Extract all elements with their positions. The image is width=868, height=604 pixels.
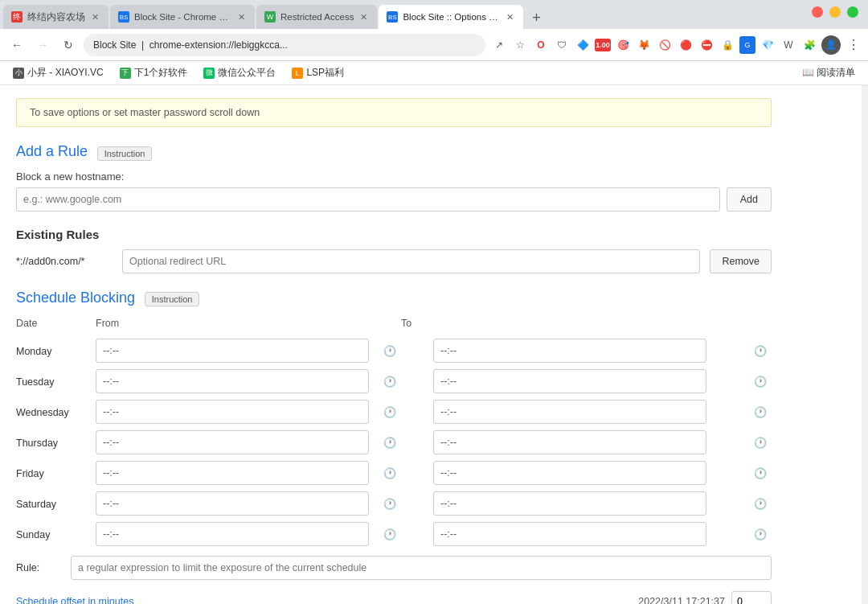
content-inner: To save options or set master password s… — [0, 85, 788, 604]
from-clock-icon-friday: 🕐 — [383, 467, 396, 479]
address-input[interactable] — [84, 34, 485, 56]
bookmark-xiaosheng[interactable]: 小 小昇 - XIAOYI.VC — [6, 64, 110, 81]
share-icon[interactable]: ↗ — [490, 36, 508, 54]
from-time-input-thursday[interactable] — [96, 430, 369, 454]
address-icons: ↗ ☆ O 🛡 🔷 1.00 🎯 🦊 🚫 🔴 ⛔ 🔒 G 💎 W 🧩 👤 ⋮ — [490, 35, 862, 55]
tab-4[interactable]: BS Block Site :: Options pag... ✕ — [379, 5, 523, 29]
from-clock-icon-saturday: 🕐 — [383, 498, 396, 510]
extension-icon-8[interactable]: 🔒 — [719, 36, 736, 54]
scrollbar[interactable] — [862, 85, 868, 604]
rule-url: *://add0n.com/* — [16, 256, 113, 267]
extension-icon-11[interactable]: W — [780, 36, 797, 54]
from-time-input-sunday[interactable] — [96, 522, 369, 546]
block-hostname-input[interactable] — [16, 187, 720, 212]
bookmark-xiaosheng-favicon: 小 — [13, 68, 24, 79]
to-time-input-thursday[interactable] — [433, 430, 706, 454]
tab-2-favicon: BS — [118, 11, 129, 23]
tab-3-close[interactable]: ✕ — [358, 10, 369, 24]
schedule-row-saturday: Saturday 🕐 🕐 — [16, 488, 772, 519]
menu-button[interactable]: ⋮ — [844, 36, 862, 54]
from-time-wrap-wednesday: 🕐 — [96, 400, 401, 424]
to-time-input-tuesday[interactable] — [433, 369, 706, 393]
bookmark-lsp[interactable]: L LSP福利 — [285, 64, 350, 81]
extension-icon-1[interactable]: 🔷 — [574, 36, 592, 54]
extension-icon-9[interactable]: G — [739, 36, 755, 54]
bookmark-lsp-favicon: L — [292, 68, 303, 79]
extension-icon-2[interactable]: 1.00 — [595, 39, 611, 51]
schedule-table: Date From To Monday 🕐 🕐 — [16, 314, 772, 549]
extension-icon-3[interactable]: 🎯 — [614, 36, 632, 54]
address-bar: ← → ↻ ↗ ☆ O 🛡 🔷 1.00 🎯 🦊 🚫 🔴 ⛔ 🔒 G 💎 W 🧩… — [0, 29, 868, 61]
to-time-input-sunday[interactable] — [433, 522, 706, 546]
schedule-section-header: Schedule Blocking Instruction — [16, 290, 772, 307]
notice-text: To save options or set master password s… — [30, 107, 260, 118]
to-time-input-friday[interactable] — [433, 461, 706, 485]
schedule-row-friday: Friday 🕐 🕐 — [16, 458, 772, 488]
extensions-button[interactable]: 🧩 — [800, 36, 818, 54]
window-minimize[interactable]: − — [829, 6, 841, 18]
to-clock-icon-friday: 🕐 — [754, 467, 767, 479]
extension-icon-4[interactable]: 🦊 — [635, 36, 653, 54]
tab-4-close[interactable]: ✕ — [505, 10, 515, 24]
shield-icon[interactable]: 🛡 — [553, 36, 571, 54]
bookmark-software[interactable]: 下 下1个好软件 — [113, 64, 194, 81]
tab-4-title: Block Site :: Options pag... — [403, 12, 500, 22]
extension-icon-7[interactable]: ⛔ — [698, 36, 715, 54]
window-close[interactable]: ✕ — [812, 6, 823, 18]
offset-input[interactable] — [731, 591, 772, 604]
bookmark-star-icon[interactable]: ☆ — [511, 36, 529, 54]
existing-rule-row: *://add0n.com/* Remove — [16, 249, 772, 273]
bookmark-wechat[interactable]: 微 微信公众平台 — [197, 64, 282, 81]
extension-icon-5[interactable]: 🚫 — [656, 36, 674, 54]
new-tab-button[interactable]: + — [525, 6, 547, 29]
tab-2-close[interactable]: ✕ — [236, 10, 247, 24]
opera-icon[interactable]: O — [532, 36, 550, 54]
extension-icon-6[interactable]: 🔴 — [677, 36, 694, 54]
from-time-input-tuesday[interactable] — [96, 369, 369, 393]
to-clock-icon-monday: 🕐 — [754, 345, 767, 357]
to-time-wrap-thursday: 🕐 — [433, 430, 772, 454]
to-time-wrap-saturday: 🕐 — [433, 491, 772, 516]
from-time-input-monday[interactable] — [96, 339, 369, 363]
tab-3-title: Restricted Access — [280, 12, 354, 22]
day-label-wednesday: Wednesday — [16, 407, 69, 418]
bookmark-lsp-label: LSP福利 — [306, 66, 344, 80]
tab-2[interactable]: BS Block Site - Chrome 网上... ✕ — [110, 5, 255, 29]
tab-1-close[interactable]: ✕ — [90, 10, 100, 24]
to-time-input-saturday[interactable] — [433, 491, 706, 516]
add-rule-input-row: Add — [16, 187, 772, 212]
back-button[interactable]: ← — [6, 35, 27, 55]
reload-button[interactable]: ↻ — [58, 35, 79, 55]
to-time-input-monday[interactable] — [433, 339, 706, 363]
from-clock-icon-monday: 🕐 — [383, 345, 396, 357]
block-hostname-label: Block a new hostname: — [16, 171, 772, 183]
tab-1[interactable]: 终 终结内容农场 ✕ — [3, 5, 108, 29]
tab-3[interactable]: W Restricted Access ✕ — [256, 5, 377, 29]
day-label-monday: Monday — [16, 346, 51, 357]
add-button[interactable]: Add — [727, 187, 772, 212]
schedule-offset-link[interactable]: Schedule offset in minutes — [16, 596, 133, 604]
bookmark-wechat-favicon: 微 — [203, 68, 215, 79]
from-time-wrap-sunday: 🕐 — [96, 522, 401, 546]
to-clock-icon-saturday: 🕐 — [754, 498, 767, 510]
from-time-input-saturday[interactable] — [96, 491, 369, 516]
to-time-input-wednesday[interactable] — [433, 400, 706, 424]
from-time-input-wednesday[interactable] — [96, 400, 369, 424]
reading-list-button[interactable]: 📖 阅读清单 — [796, 64, 862, 81]
to-time-wrap-friday: 🕐 — [433, 461, 772, 485]
remove-button[interactable]: Remove — [710, 249, 772, 273]
add-rule-instruction-badge[interactable]: Instruction — [97, 146, 153, 161]
to-time-wrap-tuesday: 🕐 — [433, 369, 772, 393]
profile-icon[interactable]: 👤 — [821, 35, 841, 55]
forward-button[interactable]: → — [32, 35, 53, 55]
to-clock-icon-wednesday: 🕐 — [754, 406, 767, 418]
col-to-header: To — [401, 314, 433, 335]
from-time-input-friday[interactable] — [96, 461, 369, 485]
day-label-thursday: Thursday — [16, 438, 58, 449]
redirect-url-input[interactable] — [122, 249, 700, 273]
window-controls: ✕ − □ — [812, 6, 858, 18]
window-maximize[interactable]: □ — [847, 6, 858, 18]
schedule-instruction-badge[interactable]: Instruction — [145, 292, 200, 306]
rule-regex-input[interactable] — [71, 556, 772, 580]
extension-icon-10[interactable]: 💎 — [759, 36, 776, 54]
